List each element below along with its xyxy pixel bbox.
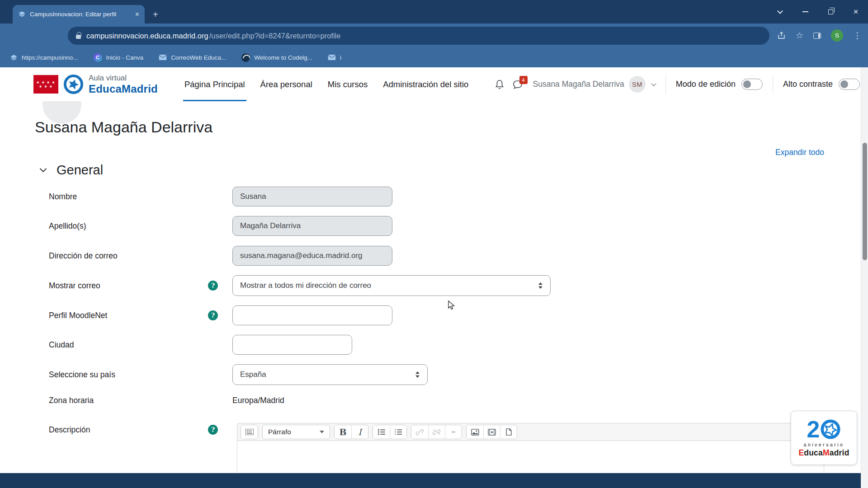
main-nav: Página Principal Área personal Mis curso… [177, 67, 476, 101]
mostrar-correo-select[interactable]: Mostrar a todos mi dirección de correo [232, 275, 551, 296]
nav-pagina-principal[interactable]: Página Principal [177, 67, 253, 101]
new-tab-button[interactable]: + [153, 10, 158, 19]
divider [665, 75, 666, 94]
browser-tab[interactable]: CampusInnovacion: Editar perfil × [13, 5, 145, 23]
zona-horaria-value: Europa/Madrid [232, 396, 284, 405]
help-icon[interactable]: ? [208, 425, 218, 435]
field-row-nombre: Nombre [49, 186, 844, 207]
mail-icon [159, 54, 167, 61]
badge-zero-star-icon [820, 419, 841, 440]
tab-close-icon[interactable]: × [135, 11, 139, 18]
messages-count-badge: 4 [519, 76, 528, 84]
bookmark-codelg[interactable]: Welcome to Codelg... [241, 53, 312, 62]
badge-number: 2 [807, 418, 820, 440]
user-name[interactable]: Susana Magaña Delarriva [533, 80, 624, 89]
tab-title: CampusInnovacion: Editar perfil [30, 11, 131, 18]
field-row-correo: Dirección de correo [49, 245, 844, 266]
chrome-menu-chevron-icon[interactable] [774, 6, 786, 18]
editor-anchor-button[interactable] [445, 425, 462, 439]
high-contrast-label: Alto contraste [783, 80, 833, 89]
field-row-apellidos: Apellido(s) [49, 216, 844, 236]
editor-toggle-toolbar-button[interactable] [241, 425, 258, 439]
edit-mode-label: Modo de edición [676, 80, 736, 89]
user-avatar-initials[interactable]: SM [629, 76, 646, 93]
nombre-input[interactable] [232, 187, 392, 206]
restore-button[interactable] [825, 6, 836, 18]
divider [773, 75, 773, 94]
moodlenet-input[interactable] [232, 305, 392, 325]
badge-anniversary-text: aniversario [804, 442, 844, 447]
expand-all-link[interactable]: Expandir todo [775, 148, 824, 157]
notifications-bell-icon[interactable] [491, 75, 509, 94]
ciudad-input[interactable] [232, 335, 352, 355]
minimize-button[interactable] [799, 6, 811, 18]
bookmark-i[interactable]: i [328, 54, 341, 61]
editor-unlink-button[interactable] [428, 425, 445, 439]
share-icon[interactable] [777, 31, 786, 40]
educamadrid-anniversary-badge: 2 aniversario EducaMadrid [791, 411, 857, 465]
mail-icon [328, 54, 336, 61]
messages-icon[interactable]: 4 [509, 75, 527, 94]
url-bar[interactable]: campusinnovacion.educa.madrid.org /user/… [68, 27, 769, 45]
logo-subtitle: Aula virtual [89, 74, 158, 83]
editor-italic-button[interactable]: I [351, 425, 368, 439]
edit-mode-toggle[interactable] [741, 79, 763, 90]
collapse-chevron-icon [40, 165, 47, 173]
browser-profile-avatar[interactable]: S [831, 29, 843, 42]
footer-bar [0, 473, 868, 488]
dropdown-arrow-icon [320, 431, 324, 433]
editor-content-area[interactable] [237, 441, 824, 473]
url-domain: campusinnovacion.educa.madrid.org [86, 32, 208, 40]
section-general[interactable]: General [41, 163, 103, 178]
high-contrast-toggle[interactable] [839, 79, 860, 90]
logo-title: EducaMadrid [89, 83, 158, 95]
help-icon[interactable]: ? [208, 281, 218, 291]
bookmark-canva[interactable]: C Inicio - Canva [94, 53, 144, 62]
side-panel-icon[interactable] [813, 33, 821, 39]
toolbar-right-icons: ☆ S ⋮ [777, 23, 863, 47]
apellidos-input[interactable] [232, 216, 392, 236]
user-menu-chevron-icon[interactable] [651, 81, 656, 86]
editor-link-button[interactable] [411, 425, 428, 439]
editor-numbered-list-button[interactable] [390, 425, 406, 439]
editor-bullet-list-button[interactable] [373, 425, 390, 439]
badge-brand-text: EducaMadrid [798, 448, 849, 458]
site-header: ★ ★ ★ ★ ★ ★ ★ Aula virtual EducaMadrid P… [0, 67, 868, 101]
nav-administracion[interactable]: Administración del sitio [375, 67, 476, 101]
close-window-button[interactable]: × [850, 6, 862, 18]
moodle-favicon-icon [10, 54, 18, 61]
editor-manage-files-button[interactable] [500, 425, 517, 439]
moodle-favicon-icon [18, 10, 26, 18]
page-title: Susana Magaña Delarriva [35, 118, 212, 136]
nav-mis-cursos[interactable]: Mis cursos [320, 67, 375, 101]
url-path: /user/edit.php?id=8247&returnto=profile [209, 32, 341, 40]
field-row-pais: Seleccione su país España [49, 364, 844, 385]
lock-icon [76, 35, 81, 39]
correo-input[interactable] [232, 246, 392, 266]
header-right: 4 Susana Magaña Delarriva SM Modo de edi… [491, 67, 868, 101]
browser-titlebar: CampusInnovacion: Editar perfil × + × [0, 0, 868, 23]
scrollbar-thumb[interactable] [863, 143, 867, 260]
field-row-mostrar-correo: Mostrar correo ? Mostrar a todos mi dire… [49, 275, 844, 296]
help-icon[interactable]: ? [208, 310, 218, 320]
field-row-zona-horaria: Zona horaria Europa/Madrid [49, 390, 844, 411]
browser-menu-kebab-icon[interactable]: ⋮ [853, 30, 862, 41]
field-row-ciudad: Ciudad [49, 334, 844, 355]
globe-icon [241, 53, 250, 62]
editor-bold-button[interactable]: B [335, 425, 351, 439]
editor-insert-image-button[interactable] [467, 425, 483, 439]
screen: CampusInnovacion: Editar perfil × + × ← … [0, 0, 868, 488]
madrid-flag-icon: ★ ★ ★ ★ ★ ★ ★ [33, 75, 58, 94]
bookmarks-bar: https://campusinno... C Inicio - Canva C… [0, 47, 868, 67]
editor-toolbar: Párrafo B I [237, 423, 824, 441]
nav-area-personal[interactable]: Área personal [253, 67, 320, 101]
bookmark-campusinnovacion[interactable]: https://campusinno... [10, 54, 78, 61]
editor-paragraph-format-select[interactable]: Párrafo [262, 425, 330, 439]
editor-insert-media-button[interactable] [483, 425, 500, 439]
bookmark-star-icon[interactable]: ☆ [796, 30, 803, 41]
scrollbar-track[interactable] [861, 67, 868, 488]
site-logo[interactable]: ★ ★ ★ ★ ★ ★ ★ Aula virtual EducaMadrid [0, 67, 158, 101]
section-title: General [57, 163, 103, 178]
bookmark-correoweb[interactable]: CorreoWeb Educa... [159, 54, 226, 61]
pais-select[interactable]: España [232, 364, 428, 385]
